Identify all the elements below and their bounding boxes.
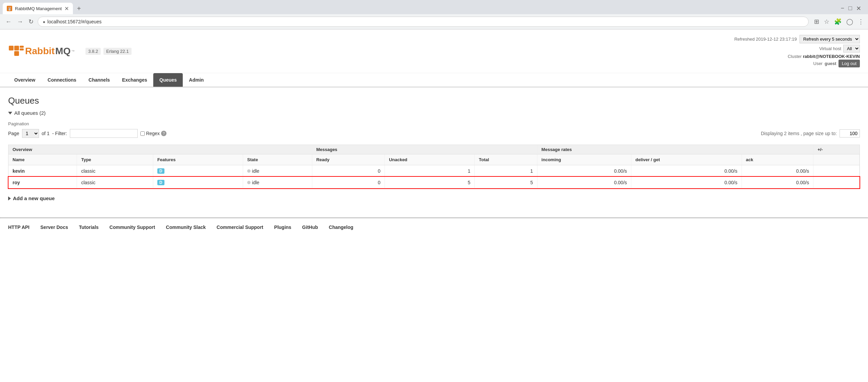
regex-help-icon[interactable]: ? xyxy=(161,131,166,136)
nav-item-connections[interactable]: Connections xyxy=(41,73,82,87)
footer-link-plugins[interactable]: Plugins xyxy=(274,225,292,230)
col-total[interactable]: Total xyxy=(475,154,537,165)
extension-icon[interactable]: 🧩 xyxy=(834,18,842,25)
of-label: of 1 xyxy=(42,131,50,136)
footer-link-github[interactable]: GitHub xyxy=(302,225,318,230)
maximize-icon[interactable]: □ xyxy=(848,5,852,12)
pagination-controls: Page 1 of 1 - Filter: Regex ? Displaying… xyxy=(8,129,860,138)
main-nav: Overview Connections Channels Exchanges … xyxy=(0,73,868,87)
add-queue-header[interactable]: Add a new queue xyxy=(8,195,860,201)
minimize-icon[interactable]: − xyxy=(841,5,845,12)
col-type[interactable]: Type xyxy=(77,154,153,165)
cell-name: kevin xyxy=(8,165,77,177)
profile-icon[interactable]: ◯ xyxy=(846,18,853,25)
logout-button[interactable]: Log out xyxy=(839,60,860,67)
tab-close-button[interactable]: ✕ xyxy=(64,5,69,12)
footer-link-http-api[interactable]: HTTP API xyxy=(8,225,29,230)
table-row[interactable]: royclassicDidle0550.00/s0.00/s0.00/s xyxy=(8,177,860,188)
regex-area: Regex ? xyxy=(140,131,166,136)
column-headers: Name Type Features State Ready Unacked T… xyxy=(8,154,860,165)
col-features[interactable]: Features xyxy=(153,154,243,165)
table-row[interactable]: kevinclassicDidle0110.00/s0.00/s0.00/s xyxy=(8,165,860,177)
vhost-select[interactable]: All xyxy=(843,45,860,52)
add-queue-text: Add a new queue xyxy=(13,195,55,201)
page-size-input[interactable] xyxy=(840,129,860,137)
vhost-label: Virtual host xyxy=(819,46,841,51)
all-queues-section-header[interactable]: All queues (2) xyxy=(8,110,860,116)
queues-table: Overview Messages Message rates +/- Name… xyxy=(8,145,860,188)
toolbar-icons: ⊞ ☆ 🧩 ◯ ⋮ xyxy=(814,18,864,25)
header-right: Refreshed 2019-12-12 23:17:19 Refresh ev… xyxy=(734,35,860,67)
footer-link-tutorials[interactable]: Tutorials xyxy=(79,225,99,230)
page-select[interactable]: 1 xyxy=(22,129,39,138)
col-deliver-get[interactable]: deliver / get xyxy=(631,154,742,165)
col-name[interactable]: Name xyxy=(8,154,77,165)
filter-label: - Filter: xyxy=(52,131,67,136)
page-label: Page xyxy=(8,131,19,136)
browser-chrome: 🐰 RabbitMQ Management ✕ + − □ ✕ ← → ↻ ● … xyxy=(0,0,868,29)
cell-state: idle xyxy=(243,177,312,188)
add-queue-section: Add a new queue xyxy=(8,195,860,201)
footer-link-community-support[interactable]: Community Support xyxy=(110,225,155,230)
nav-item-channels[interactable]: Channels xyxy=(82,73,116,87)
address-bar: ← → ↻ ● localhost:15672/#/queues ⊞ ☆ 🧩 ◯… xyxy=(0,14,868,29)
footer-link-server-docs[interactable]: Server Docs xyxy=(40,225,68,230)
messages-section-header: Messages xyxy=(312,145,537,154)
app-header: RabbitMQ™ 3.8.2 Erlang 22.1 Refreshed 20… xyxy=(0,29,868,73)
footer-link-commercial-support[interactable]: Commercial Support xyxy=(217,225,263,230)
url-text: localhost:15672/#/queues xyxy=(47,19,804,24)
nav-item-overview[interactable]: Overview xyxy=(8,73,41,87)
active-tab[interactable]: 🐰 RabbitMQ Management ✕ xyxy=(3,3,73,14)
expand-icon xyxy=(8,196,11,200)
url-bar[interactable]: ● localhost:15672/#/queues xyxy=(38,17,809,27)
footer-link-community-slack[interactable]: Community Slack xyxy=(166,225,205,230)
col-incoming[interactable]: incoming xyxy=(537,154,631,165)
svg-rect-4 xyxy=(20,48,24,50)
back-button[interactable]: ← xyxy=(4,17,13,27)
footer-link-changelog[interactable]: Changelog xyxy=(329,225,353,230)
nav-item-admin[interactable]: Admin xyxy=(183,73,210,87)
collapse-icon xyxy=(8,112,12,114)
col-state[interactable]: State xyxy=(243,154,312,165)
svg-rect-0 xyxy=(9,46,14,50)
cell-features: D xyxy=(153,165,243,177)
nav-item-queues[interactable]: Queues xyxy=(153,73,183,87)
cell-state: idle xyxy=(243,165,312,177)
new-tab-button[interactable]: + xyxy=(74,5,84,13)
reload-button[interactable]: ↻ xyxy=(27,17,35,27)
msgrates-section-header: Message rates xyxy=(537,145,813,154)
regex-checkbox[interactable] xyxy=(140,131,145,136)
cell-ack: 0.00/s xyxy=(742,177,813,188)
user-row: User guest Log out xyxy=(734,60,860,67)
translate-icon[interactable]: ⊞ xyxy=(814,18,819,25)
version-badges: 3.8.2 Erlang 22.1 xyxy=(85,48,131,55)
actions-section-header[interactable]: +/- xyxy=(813,145,860,154)
cell-type: classic xyxy=(77,177,153,188)
user-label: User xyxy=(813,61,823,66)
rabbitmq-logo: RabbitMQ™ xyxy=(8,43,75,59)
cell-unacked: 1 xyxy=(385,165,475,177)
logo-area: RabbitMQ™ 3.8.2 Erlang 22.1 xyxy=(8,43,132,59)
nav-item-exchanges[interactable]: Exchanges xyxy=(116,73,153,87)
col-ack[interactable]: ack xyxy=(742,154,813,165)
filter-input[interactable] xyxy=(70,129,138,138)
cell-total: 5 xyxy=(475,177,537,188)
footer: HTTP API Server Docs Tutorials Community… xyxy=(0,218,868,236)
cell-ack: 0.00/s xyxy=(742,165,813,177)
cell-deliver-get: 0.00/s xyxy=(631,165,742,177)
svg-rect-1 xyxy=(14,46,19,50)
svg-rect-2 xyxy=(14,51,19,56)
col-unacked[interactable]: Unacked xyxy=(385,154,475,165)
cell-name: roy xyxy=(8,177,77,188)
col-ready[interactable]: Ready xyxy=(312,154,384,165)
tab-bar: 🐰 RabbitMQ Management ✕ + − □ ✕ xyxy=(0,0,868,14)
bookmark-icon[interactable]: ☆ xyxy=(824,18,829,25)
refresh-row: Refreshed 2019-12-12 23:17:19 Refresh ev… xyxy=(734,35,860,43)
forward-button[interactable]: → xyxy=(16,17,24,27)
refresh-timestamp: Refreshed 2019-12-12 23:17:19 xyxy=(734,37,797,42)
menu-icon[interactable]: ⋮ xyxy=(858,18,864,25)
cell-type: classic xyxy=(77,165,153,177)
close-icon[interactable]: ✕ xyxy=(856,5,861,12)
refresh-select[interactable]: Refresh every 5 seconds xyxy=(800,35,860,43)
window-controls: − □ ✕ xyxy=(841,5,865,12)
